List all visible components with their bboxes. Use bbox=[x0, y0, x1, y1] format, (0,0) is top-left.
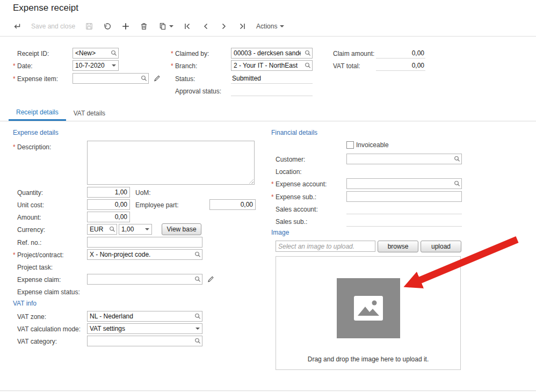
next-record-button[interactable] bbox=[215, 19, 233, 34]
undo-button[interactable] bbox=[98, 19, 117, 34]
quantity-field[interactable] bbox=[87, 187, 130, 198]
lookup-icon[interactable] bbox=[109, 48, 118, 58]
image-placeholder-icon bbox=[337, 278, 400, 338]
customer-input[interactable] bbox=[347, 155, 452, 163]
lookup-icon[interactable] bbox=[193, 311, 202, 321]
ref-no-field[interactable] bbox=[87, 237, 202, 248]
expense-sub-field[interactable] bbox=[346, 191, 462, 202]
claimed-by-label: *Claimed by: bbox=[171, 47, 209, 60]
branch-input[interactable] bbox=[231, 62, 303, 69]
lookup-icon[interactable] bbox=[303, 61, 312, 70]
drop-hint-text: Drag and drop the image here to upload i… bbox=[276, 355, 460, 363]
image-file-input[interactable] bbox=[276, 243, 375, 250]
trash-icon bbox=[140, 22, 148, 31]
currency-rate-input[interactable] bbox=[119, 226, 142, 233]
date-field[interactable] bbox=[73, 60, 119, 71]
expense-account-input[interactable] bbox=[347, 180, 452, 187]
project-contract-input[interactable] bbox=[88, 251, 193, 258]
delete-button[interactable] bbox=[135, 19, 153, 34]
last-record-button[interactable] bbox=[233, 19, 251, 34]
expense-receipt-screen: Expense receipt Save and close bbox=[0, 0, 536, 392]
invoiceable-checkbox[interactable] bbox=[346, 141, 354, 149]
expense-claim-field[interactable] bbox=[87, 274, 202, 285]
section-image: Image bbox=[271, 229, 289, 236]
vat-total-label: VAT total: bbox=[333, 60, 360, 72]
vat-zone-label: VAT zone: bbox=[17, 310, 46, 323]
previous-record-icon bbox=[201, 22, 210, 31]
description-textarea[interactable] bbox=[88, 141, 254, 184]
vat-category-field[interactable] bbox=[87, 336, 202, 346]
sales-account-label: Sales account: bbox=[276, 203, 318, 215]
image-drop-zone[interactable]: Drag and drop the image here to upload i… bbox=[276, 256, 461, 370]
expense-account-label: *Expense account: bbox=[271, 178, 327, 190]
tab-vat-details[interactable]: VAT details bbox=[66, 105, 113, 121]
lookup-icon[interactable] bbox=[139, 74, 148, 83]
date-input[interactable] bbox=[73, 62, 109, 69]
expense-account-field[interactable] bbox=[346, 178, 462, 189]
ref-no-label: Ref. no.: bbox=[17, 236, 41, 249]
unit-cost-field[interactable] bbox=[87, 199, 130, 210]
amount-field[interactable] bbox=[87, 212, 130, 222]
ref-no-input[interactable] bbox=[88, 238, 202, 246]
lookup-icon[interactable] bbox=[193, 274, 202, 284]
project-contract-field[interactable] bbox=[87, 249, 202, 260]
receipt-id-input[interactable] bbox=[73, 49, 109, 57]
chevron-down-icon[interactable] bbox=[142, 224, 151, 234]
vat-zone-input[interactable] bbox=[88, 313, 193, 320]
upload-button[interactable]: upload bbox=[421, 241, 461, 252]
customer-field[interactable] bbox=[346, 154, 462, 164]
currency-code-input[interactable] bbox=[88, 226, 107, 233]
toolbar: Save and close Actions bbox=[0, 16, 536, 37]
employee-part-input[interactable] bbox=[210, 201, 255, 208]
vat-category-input[interactable] bbox=[88, 337, 193, 345]
expense-sub-input[interactable] bbox=[347, 193, 461, 200]
lookup-icon[interactable] bbox=[107, 224, 117, 234]
lookup-icon[interactable] bbox=[193, 250, 202, 259]
claimed-by-input[interactable] bbox=[231, 49, 303, 57]
vat-calculation-mode-label: VAT calculation mode: bbox=[17, 323, 81, 335]
actions-menu-button[interactable]: Actions bbox=[251, 19, 289, 34]
vat-calculation-mode-field[interactable] bbox=[87, 323, 202, 334]
lookup-icon[interactable] bbox=[193, 336, 202, 346]
currency-label: Currency: bbox=[17, 223, 45, 236]
first-record-button[interactable] bbox=[178, 19, 197, 34]
claimed-by-field[interactable] bbox=[231, 48, 313, 59]
tab-receipt-details[interactable]: Receipt details bbox=[9, 105, 66, 121]
receipt-id-field[interactable] bbox=[73, 48, 119, 59]
vat-calculation-mode-input[interactable] bbox=[88, 325, 193, 332]
browse-button[interactable]: browse bbox=[378, 241, 418, 252]
unit-cost-input[interactable] bbox=[88, 201, 129, 208]
expense-item-field[interactable] bbox=[73, 73, 149, 84]
project-task-label: Project task: bbox=[17, 261, 53, 273]
view-base-button[interactable]: View base bbox=[162, 223, 201, 235]
lookup-icon[interactable] bbox=[303, 48, 312, 58]
chevron-down-icon[interactable] bbox=[109, 61, 118, 70]
quantity-input[interactable] bbox=[88, 188, 129, 196]
currency-code-field[interactable] bbox=[87, 224, 117, 235]
sales-sub-label: Sales sub.: bbox=[276, 215, 307, 228]
back-button[interactable] bbox=[8, 19, 26, 34]
description-field[interactable] bbox=[87, 141, 255, 185]
save-button[interactable] bbox=[80, 19, 98, 34]
unit-cost-label: Unit cost: bbox=[17, 199, 44, 211]
chevron-down-icon[interactable] bbox=[193, 324, 202, 333]
expense-claim-input[interactable] bbox=[88, 275, 193, 283]
expense-item-input[interactable] bbox=[73, 75, 139, 82]
copy-paste-button[interactable] bbox=[153, 19, 178, 34]
add-button[interactable] bbox=[117, 19, 135, 34]
lookup-icon[interactable] bbox=[452, 154, 461, 164]
image-file-field[interactable] bbox=[276, 241, 375, 252]
employee-part-field[interactable] bbox=[209, 199, 256, 210]
previous-record-button[interactable] bbox=[197, 19, 215, 34]
approval-status-label: Approval status: bbox=[171, 85, 221, 97]
save-and-close-button[interactable]: Save and close bbox=[26, 19, 80, 34]
amount-input[interactable] bbox=[88, 213, 129, 221]
expense-claim-status-label: Expense claim status: bbox=[17, 286, 80, 298]
expense-claim-label: Expense claim: bbox=[17, 273, 61, 286]
currency-rate-field[interactable] bbox=[119, 224, 152, 235]
vat-zone-field[interactable] bbox=[87, 311, 202, 322]
edit-pencil-icon[interactable] bbox=[207, 275, 214, 284]
lookup-icon[interactable] bbox=[452, 179, 461, 188]
branch-field[interactable] bbox=[231, 60, 313, 71]
edit-pencil-icon[interactable] bbox=[154, 75, 161, 83]
